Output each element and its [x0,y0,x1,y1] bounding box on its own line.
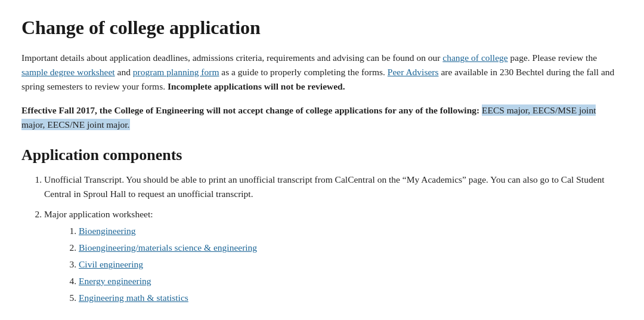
sub-num-2: 2. [66,241,76,255]
list-num-2: 2. [29,207,42,307]
application-components-heading: Application components [21,146,615,164]
list-text-2: Major application worksheet: [44,209,153,219]
bioengineering-link[interactable]: Bioengineering [79,224,136,238]
sub-num-5: 5. [66,291,76,305]
list-item-1: 1. Unofficial Transcript. You should be … [29,173,615,201]
sample-degree-worksheet-link[interactable]: sample degree worksheet [21,67,115,77]
intro-paragraph: Important details about application dead… [21,51,615,94]
page-title: Change of college application [21,17,615,39]
engineering-math-statistics-link[interactable]: Engineering math & statistics [79,291,188,305]
sublist-item-5: 5. Engineering math & statistics [66,291,257,305]
energy-engineering-link[interactable]: Energy engineering [79,274,151,288]
sublist-item-2: 2. Bioengineering/materials science & en… [66,241,257,255]
major-worksheet-sublist: 1. Bioengineering 2. Bioengineering/mate… [44,224,257,305]
list-item-2: 2. Major application worksheet: 1. Bioen… [29,207,615,307]
peer-advisers-link[interactable]: Peer Advisers [388,67,439,77]
list-num-1: 1. [29,173,42,201]
list-text-1: Unofficial Transcript. You should be abl… [44,173,615,201]
bioengineering-materials-link[interactable]: Bioengineering/materials science & engin… [79,241,257,255]
sublist-item-3: 3. Civil engineering [66,257,257,272]
sublist-item-4: 4. Energy engineering [66,274,257,288]
intro-text-2: page. Please review the [508,53,597,63]
sub-num-3: 3. [66,257,76,272]
civil-engineering-link[interactable]: Civil engineering [79,257,143,272]
program-planning-form-link[interactable]: program planning form [133,67,219,77]
sub-num-4: 4. [66,274,76,288]
application-components-list: 1. Unofficial Transcript. You should be … [21,173,615,307]
incomplete-warning: Incomplete applications will not be revi… [168,81,345,91]
sub-num-1: 1. [66,224,76,238]
list-item-2-content: Major application worksheet: 1. Bioengin… [44,207,257,307]
intro-text-3: and [115,67,133,77]
sublist-item-1: 1. Bioengineering [66,224,257,238]
warning-block: Effective Fall 2017, the College of Engi… [21,103,615,132]
intro-text-1: Important details about application dead… [21,53,442,63]
intro-text-4: as a guide to properly completing the fo… [219,67,387,77]
change-of-college-link[interactable]: change of college [442,53,507,63]
warning-text-bold: Effective Fall 2017, the College of Engi… [21,105,482,115]
